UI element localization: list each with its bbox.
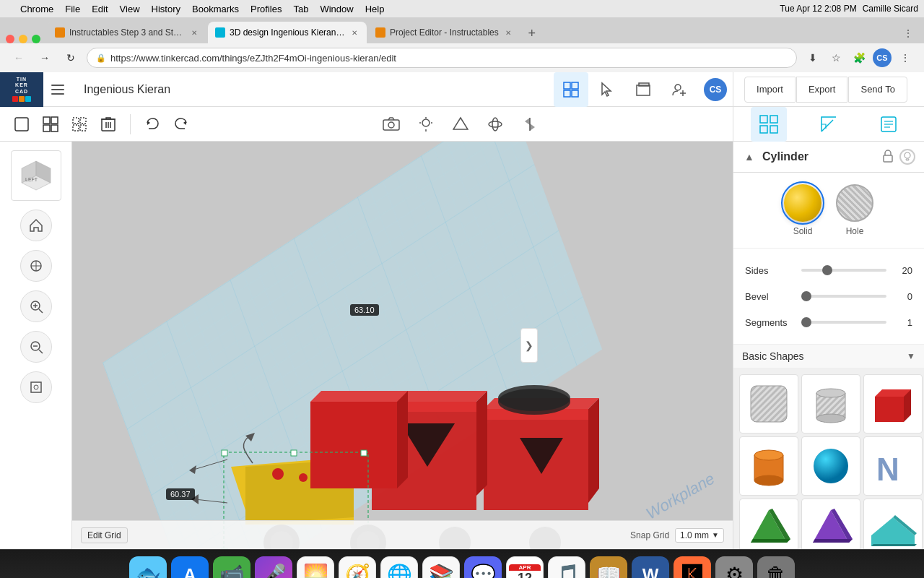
dock-siri[interactable]: 🎤 [255,556,292,579]
orbit-btn[interactable] [481,110,510,139]
reload-btn[interactable]: ↻ [61,48,81,68]
new-tab-btn[interactable]: + [522,23,542,43]
new-shape-btn[interactable] [9,111,35,137]
tab-more-btn[interactable]: ⋮ [898,23,918,43]
fullscreen-window-btn[interactable] [32,35,40,43]
import-btn[interactable]: Import [744,77,796,103]
shape-item-cylinder-orange[interactable] [739,436,798,496]
dock-keynote[interactable]: 🅺 [674,556,711,579]
collapse-btn[interactable]: ▲ [742,150,757,164]
flip-btn[interactable] [515,110,544,139]
dock-calendar[interactable]: APR 12 [506,556,544,579]
cursor-view-btn[interactable] [590,72,624,107]
group-btn[interactable] [38,111,64,137]
menubar: Chrome File Edit View History Bookmarks … [0,0,924,17]
fit-view-btn[interactable] [20,371,52,403]
dock-word[interactable]: W [632,556,669,579]
shape-item-pyramid-purple[interactable] [801,499,860,549]
tab-tinkercad[interactable]: 3D design Ingenious Kieran | T... ✕ [208,22,367,43]
tab-project-editor[interactable]: Project Editor - Instructables ✕ [368,22,520,43]
sides-slider[interactable] [801,269,886,272]
dock-trash[interactable]: 🗑 [757,556,795,579]
bookmark-icon[interactable]: ☆ [826,48,846,68]
profile-icon[interactable]: CS [872,48,892,68]
panel-scroll-arrow[interactable]: ❯ [520,328,538,363]
shape-item-sphere[interactable] [801,436,860,496]
menu-edit[interactable]: Edit [92,4,108,14]
chrome-menu-icon[interactable]: ⋮ [895,48,915,68]
bevel-slider[interactable] [801,295,886,298]
dock-safari[interactable]: 🧭 [339,556,376,579]
delete-btn[interactable] [95,111,121,137]
user-plus-btn[interactable] [662,72,697,107]
dock-settings[interactable]: ⚙ [715,556,753,579]
menu-view[interactable]: View [120,4,140,14]
menu-help[interactable]: Help [365,4,385,14]
minimize-window-btn[interactable] [19,35,27,43]
dock-facetime[interactable]: 📹 [213,556,250,579]
light-bulb-icon[interactable] [899,149,915,165]
dock-ibooks[interactable]: 📚 [422,556,460,579]
svg-rect-19 [80,118,86,124]
orbit-control-btn[interactable] [20,250,52,282]
download-icon[interactable]: ⬇ [803,48,823,68]
undo-btn[interactable] [139,111,165,137]
shapes-dropdown-arrow[interactable]: ▼ [907,351,915,361]
zoom-in-btn[interactable] [20,290,52,322]
shape-outline-btn[interactable] [446,110,475,139]
panel-notes-btn[interactable] [871,107,907,142]
menu-history[interactable]: History [152,4,180,14]
extensions-icon[interactable]: 🧩 [849,48,869,68]
tab2-close[interactable]: ✕ [349,27,359,38]
shape-item-roof[interactable] [863,499,923,549]
shape-item-cylinder[interactable] [801,374,860,434]
menu-window[interactable]: Window [320,4,353,14]
dock-chrome[interactable]: 🌐 [380,556,418,579]
lock-icon[interactable] [882,150,894,165]
menu-icon[interactable] [43,72,72,107]
shape-item-pyramid-green[interactable] [739,499,798,549]
view-cube[interactable]: LEFT [11,150,61,201]
segments-slider[interactable] [801,321,886,324]
box-view-btn[interactable] [626,72,661,107]
dock-ibooks2[interactable]: 📖 [590,556,627,579]
panel-grid-btn[interactable] [751,107,787,142]
dock-appstore[interactable]: A [171,556,209,579]
shape-item-box[interactable] [863,374,923,434]
forward-btn[interactable]: → [35,48,55,68]
shape-item-rounded-box[interactable] [739,374,798,434]
hole-material-btn[interactable]: Hole [836,184,873,236]
viewport[interactable]: 63.10 60.37 Workplane ❯ Edit Grid Snap G… [72,142,733,549]
edit-grid-btn[interactable]: Edit Grid [81,527,128,543]
dock-discord[interactable]: 💬 [464,556,502,579]
export-btn[interactable]: Export [796,77,848,103]
menu-profiles[interactable]: Profiles [250,4,282,14]
tinkercad-logo[interactable]: TINKERCAD [0,72,43,107]
tab1-close[interactable]: ✕ [189,27,199,38]
address-bar[interactable]: 🔒 https://www.tinkercad.com/things/eZJth… [87,48,797,68]
dock-music[interactable]: 🎵 [548,556,585,579]
back-btn[interactable]: ← [9,48,29,68]
redo-btn[interactable] [168,111,194,137]
dock-photos[interactable]: 🌅 [297,556,334,579]
grid-view-btn[interactable] [554,72,588,107]
menu-tab[interactable]: Tab [293,4,308,14]
tab3-close[interactable]: ✕ [503,27,513,38]
panel-angle-btn[interactable] [811,107,847,142]
profile-avatar-btn[interactable]: CS [698,72,733,107]
zoom-out-btn[interactable] [20,331,52,363]
dock-finder[interactable]: 🐟 [129,556,167,579]
menu-chrome[interactable]: Chrome [20,4,53,14]
send-to-btn[interactable]: Send To [848,77,907,103]
light-btn[interactable] [411,110,440,139]
menu-bookmarks[interactable]: Bookmarks [192,4,239,14]
tab-instructables[interactable]: Instructables Step 3 and Step... ✕ [48,22,206,43]
snap-value[interactable]: 1.0 mm ▼ [675,528,724,543]
menu-file[interactable]: File [65,4,80,14]
shape-item-text[interactable]: N [863,436,923,496]
camera-btn[interactable] [377,110,406,139]
home-btn[interactable] [20,210,52,241]
solid-material-btn[interactable]: Solid [784,184,821,236]
close-window-btn[interactable] [6,35,14,43]
ungroup-btn[interactable] [66,111,92,137]
